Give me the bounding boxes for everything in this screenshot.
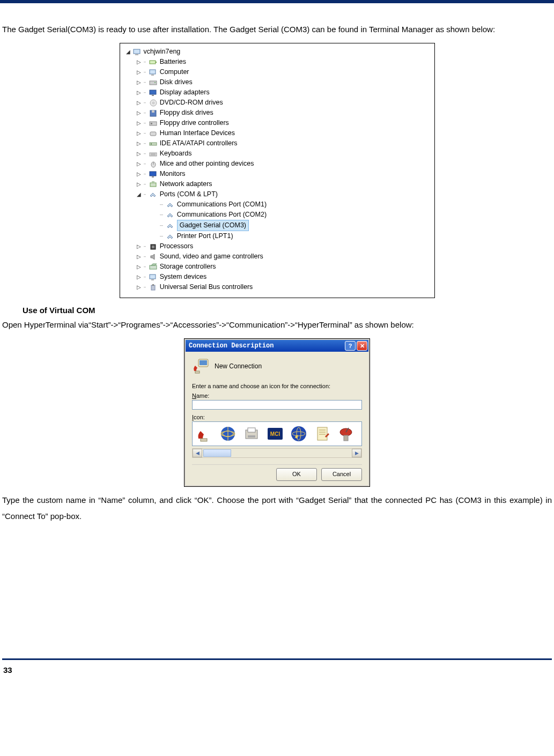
- scroll-right-button[interactable]: ▶: [352, 449, 361, 457]
- tree-subitem[interactable]: ···Gadget Serial (COM3): [160, 220, 430, 231]
- titlebar[interactable]: Connection Description ? ✕: [186, 340, 368, 352]
- collapse-icon[interactable]: ▷: [136, 128, 142, 138]
- mouse-icon: [149, 160, 158, 168]
- tree-item[interactable]: ▷··Disk drives: [136, 77, 430, 87]
- collapse-icon[interactable]: ▷: [136, 67, 142, 77]
- svg-rect-26: [150, 183, 156, 187]
- tree-item[interactable]: ▷··Network adapters: [136, 179, 430, 189]
- collapse-icon[interactable]: ◢: [136, 189, 142, 199]
- icon-option-fax[interactable]: [242, 424, 261, 443]
- svg-rect-27: [152, 181, 154, 183]
- tree-item[interactable]: ▷··Computer: [136, 67, 430, 77]
- cancel-button[interactable]: Cancel: [321, 468, 362, 481]
- collapse-icon[interactable]: ▷: [136, 282, 142, 292]
- tree-connector: ··: [144, 118, 146, 128]
- tree-root-row[interactable]: ◢ vchjwin7eng: [125, 47, 430, 57]
- icon-option-phone[interactable]: [195, 424, 214, 443]
- hid-icon: [149, 130, 158, 137]
- tree-item[interactable]: ◢··Ports (COM & LPT): [136, 189, 430, 199]
- tree-item[interactable]: ▷··Batteries: [136, 57, 430, 67]
- svg-rect-13: [152, 110, 154, 113]
- collapse-icon[interactable]: ▷: [136, 272, 142, 282]
- collapse-icon[interactable]: ▷: [136, 108, 142, 118]
- collapse-icon[interactable]: ▷: [136, 159, 142, 169]
- icon-scrollbar[interactable]: ◀ ▶: [192, 448, 362, 458]
- svg-rect-5: [151, 75, 154, 76]
- collapse-icon[interactable]: ▷: [136, 87, 142, 98]
- tree-item[interactable]: ▷··Universal Serial Bus controllers: [136, 282, 430, 292]
- scroll-left-button[interactable]: ◀: [193, 449, 202, 457]
- ok-button[interactable]: OK: [276, 468, 317, 481]
- close-button[interactable]: ✕: [357, 341, 367, 351]
- tree-subitem[interactable]: ···Communications Port (COM1): [160, 199, 430, 210]
- tree-item[interactable]: ▷··Processors: [136, 241, 430, 251]
- svg-rect-8: [150, 90, 156, 94]
- dialog-prompt: Enter a name and choose an icon for the …: [192, 383, 362, 389]
- collapse-icon[interactable]: ▷: [136, 262, 142, 272]
- svg-rect-34: [152, 284, 154, 286]
- collapse-icon[interactable]: ▷: [136, 149, 142, 159]
- tree-item[interactable]: ▷··Floppy disk drives: [136, 108, 430, 118]
- collapse-icon[interactable]: ▷: [136, 179, 142, 189]
- collapse-icon[interactable]: ▷: [136, 98, 142, 108]
- tree-item[interactable]: ▷··Storage controllers: [136, 262, 430, 272]
- svg-rect-0: [134, 49, 140, 54]
- icon-option-note[interactable]: [313, 424, 332, 443]
- icon-option-mci[interactable]: MCI: [265, 424, 285, 443]
- tree-item[interactable]: ▷··IDE ATA/ATAPI controllers: [136, 138, 430, 149]
- tree-connector: ··: [144, 108, 146, 118]
- svg-rect-33: [151, 285, 155, 290]
- tree-connector: ··: [144, 179, 146, 189]
- svg-rect-44: [248, 435, 255, 438]
- computer-icon: [133, 48, 142, 56]
- tree-item[interactable]: ▷··Display adapters: [136, 87, 430, 98]
- collapse-icon[interactable]: ▷: [136, 77, 142, 87]
- tree-item[interactable]: ▷··Floppy drive controllers: [136, 118, 430, 128]
- collapse-icon[interactable]: ▷: [136, 251, 142, 262]
- svg-rect-19: [150, 153, 157, 156]
- tree-connector: ··: [144, 98, 146, 108]
- tree-item[interactable]: ▷··DVD/CD-ROM drives: [136, 98, 430, 108]
- tree-item[interactable]: ▷··Sound, video and game controllers: [136, 251, 430, 262]
- tree-connector: ··: [144, 67, 146, 77]
- section-heading: Use of Virtual COM: [23, 306, 552, 315]
- collapse-icon[interactable]: ▷: [136, 57, 142, 67]
- tree-item-label: IDE ATA/ATAPI controllers: [160, 138, 238, 149]
- tree-item[interactable]: ▷··Monitors: [136, 169, 430, 179]
- tree-connector: ··: [144, 262, 146, 272]
- connection-description-dialog: Connection Description ? ✕: [184, 338, 370, 487]
- tree-subitem[interactable]: ···Communications Port (COM2): [160, 210, 430, 220]
- tree-item[interactable]: ▷··Human Interface Devices: [136, 128, 430, 138]
- svg-point-11: [152, 102, 154, 103]
- tree-item-label: System devices: [160, 272, 207, 282]
- tree-item[interactable]: ▷··System devices: [136, 272, 430, 282]
- svg-rect-29: [152, 246, 154, 248]
- icon-option-atomphone[interactable]: [289, 424, 308, 443]
- net-icon: [149, 181, 158, 188]
- bottom-accent-bar: 33: [2, 658, 552, 675]
- collapse-icon[interactable]: ▷: [136, 138, 142, 149]
- collapse-icon[interactable]: ▷: [136, 169, 142, 179]
- collapse-icon[interactable]: ▷: [136, 241, 142, 251]
- icon-option-dish[interactable]: [336, 424, 356, 443]
- help-button[interactable]: ?: [345, 341, 356, 351]
- tree-item-label: Processors: [160, 241, 194, 251]
- collapse-icon[interactable]: ◢: [125, 47, 131, 57]
- name-input[interactable]: [192, 400, 362, 410]
- svg-rect-17: [150, 143, 157, 145]
- icon-list[interactable]: MCI: [192, 421, 362, 446]
- icon-option-globe[interactable]: [218, 424, 238, 443]
- svg-rect-4: [150, 70, 156, 74]
- tree-item[interactable]: ▷··Keyboards: [136, 149, 430, 159]
- collapse-icon[interactable]: ▷: [136, 118, 142, 128]
- tree-subitem[interactable]: ···Printer Port (LPT1): [160, 231, 430, 241]
- tree-item-label: Ports (COM & LPT): [160, 189, 218, 199]
- battery-icon: [149, 58, 158, 66]
- svg-rect-2: [150, 61, 156, 64]
- icon-label: Icon:: [192, 414, 362, 420]
- scroll-thumb[interactable]: [203, 449, 231, 457]
- ide-icon: [149, 140, 158, 147]
- tree-item[interactable]: ▷··Mice and other pointing devices: [136, 159, 430, 169]
- svg-point-7: [154, 82, 156, 83]
- cpu-icon: [149, 243, 158, 250]
